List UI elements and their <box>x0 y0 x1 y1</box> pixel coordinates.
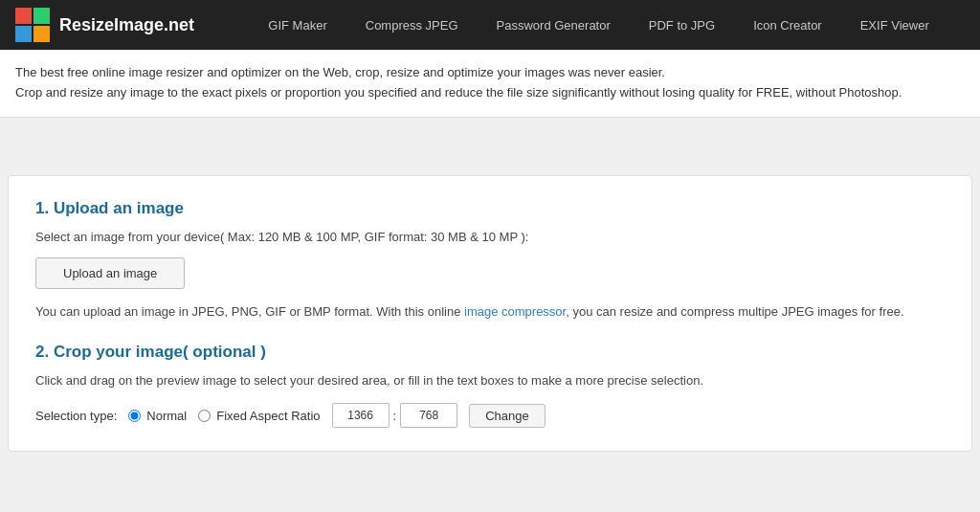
radio-fixed-group: Fixed Aspect Ratio <box>198 409 320 423</box>
crop-heading: 2. Crop your image( optional ) <box>35 343 945 362</box>
crop-subtext: Click and drag on the preview image to s… <box>35 373 945 388</box>
upload-note-before-link: You can upload an image in JPEG, PNG, GI… <box>35 304 464 319</box>
radio-normal-label[interactable]: Normal <box>146 409 187 423</box>
nav-item-exif-viewer[interactable]: EXIF Viewer <box>841 0 948 50</box>
logo-color-blue <box>15 26 32 42</box>
description-line1: The best free online image resizer and o… <box>15 63 965 83</box>
logo-text: ResizeImage.net <box>59 15 194 35</box>
logo-color-yellow <box>33 26 50 42</box>
radio-normal-input[interactable] <box>128 410 141 422</box>
spacer <box>0 118 980 175</box>
radio-fixed-label[interactable]: Fixed Aspect Ratio <box>216 409 320 423</box>
section-upload: 1. Upload an image Select an image from … <box>35 199 945 323</box>
upload-heading: 1. Upload an image <box>35 199 945 218</box>
coord-width-input[interactable] <box>332 403 390 428</box>
colon-separator: : <box>393 409 397 423</box>
upload-note-after-link: , you can resize and compress multipe JP… <box>566 304 903 319</box>
coord-inputs: : <box>332 403 458 428</box>
description-line2: Crop and resize any image to the exact p… <box>15 83 965 103</box>
header: ResizeImage.net GIF Maker Compress JPEG … <box>0 0 980 50</box>
selection-type-row: Selection type: Normal Fixed Aspect Rati… <box>35 403 945 428</box>
logo-area: ResizeImage.net <box>15 8 194 42</box>
upload-subtext: Select an image from your device( Max: 1… <box>35 230 945 244</box>
section-crop: 2. Crop your image( optional ) Click and… <box>35 343 945 428</box>
logo-color-green <box>33 8 50 24</box>
coord-height-input[interactable] <box>400 403 457 428</box>
main-nav: GIF Maker Compress JPEG Password Generat… <box>233 0 965 50</box>
selection-type-label: Selection type: <box>35 409 117 423</box>
change-button[interactable]: Change <box>469 404 546 428</box>
upload-note: You can upload an image in JPEG, PNG, GI… <box>35 302 945 323</box>
main-card: 1. Upload an image Select an image from … <box>8 175 972 453</box>
logo-color-red <box>15 8 32 24</box>
logo-icon <box>15 8 50 42</box>
upload-button[interactable]: Upload an image <box>35 257 185 289</box>
image-compressor-link[interactable]: image compressor <box>464 304 566 319</box>
nav-item-pdf-to-jpg[interactable]: PDF to JPG <box>630 0 734 50</box>
radio-normal-group: Normal <box>128 409 187 423</box>
description-area: The best free online image resizer and o… <box>0 50 980 118</box>
nav-item-compress-jpeg[interactable]: Compress JPEG <box>346 0 478 50</box>
nav-item-gif-maker[interactable]: GIF Maker <box>249 0 345 50</box>
nav-item-icon-creator[interactable]: Icon Creator <box>734 0 841 50</box>
nav-item-password-generator[interactable]: Password Generator <box>478 0 630 50</box>
radio-fixed-input[interactable] <box>198 410 211 422</box>
